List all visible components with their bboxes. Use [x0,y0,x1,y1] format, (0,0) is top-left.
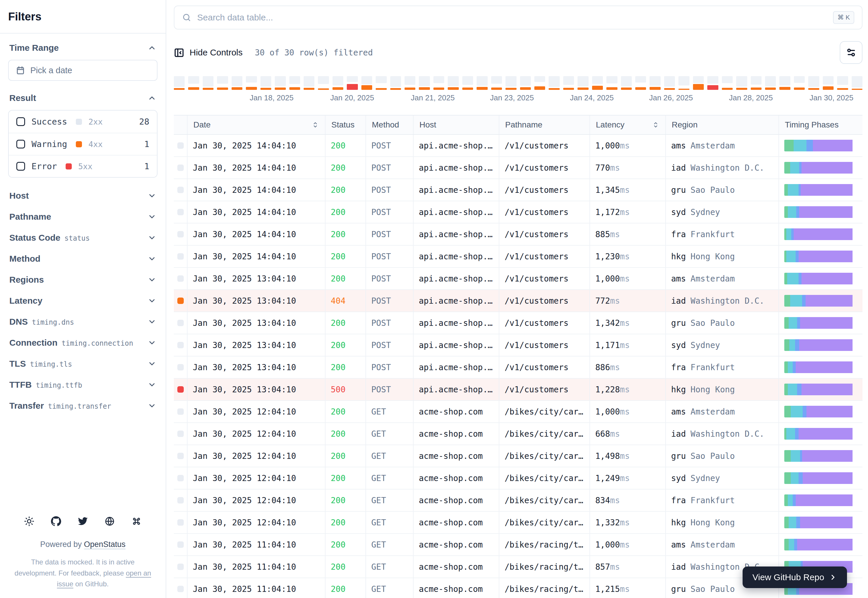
chart-bar-total [390,76,401,87]
chart-bar-total [174,76,185,87]
host-cell: acme-shop.com [413,556,499,578]
checkbox[interactable] [16,162,25,170]
filter-section-pathname[interactable]: Pathname [8,206,157,227]
view-options-button[interactable] [840,41,862,64]
chart-bar-error [174,88,185,90]
host-cell: api.acme-shop.… [413,379,499,400]
chart-bar [808,76,819,90]
host-cell: acme-shop.com [413,578,499,598]
filter-section-latency[interactable]: Latency [8,290,157,311]
theme-icon[interactable] [24,516,34,526]
row-status-indicator-cell [174,556,187,578]
region-city: Hong Kong [691,518,735,528]
date-cell: Jan 30, 2025 13:04:10 [187,290,325,311]
date-picker-button[interactable]: Pick a date [8,60,157,81]
table-row[interactable]: Jan 30, 2025 12:04:10200GETacme-shop.com… [174,445,862,467]
host-cell: acme-shop.com [413,489,499,511]
table-row[interactable]: Jan 30, 2025 12:04:10200GETacme-shop.com… [174,489,862,512]
table-row[interactable]: Jan 30, 2025 14:04:10200POSTapi.acme-sho… [174,179,862,201]
hide-controls-button[interactable]: Hide Controls [174,47,243,58]
dns-segment [784,362,788,373]
sort-icon[interactable] [312,121,319,129]
region-city: Hong Kong [691,385,735,395]
filter-label: Regions [9,275,44,285]
command-icon[interactable] [131,516,142,526]
status-code: 200 [331,429,346,439]
filter-section-dns[interactable]: DNStiming.dns [8,311,157,332]
table-row[interactable]: Jan 30, 2025 14:04:10200POSTapi.acme-sho… [174,246,862,268]
ttfb-segment [801,384,853,395]
twitter-icon[interactable] [78,516,88,526]
host-cell: api.acme-shop.… [413,356,499,378]
column-header-date[interactable]: Date [187,115,325,134]
chart-bar-error [491,88,502,90]
status-code: 200 [331,496,346,505]
chart-bar-error [722,88,733,90]
table-row[interactable]: Jan 30, 2025 12:04:10200GETacme-shop.com… [174,423,862,445]
github-icon[interactable] [51,516,61,526]
latency-unit: ms [620,274,630,284]
chart-bar-total [188,76,199,84]
table-row[interactable]: Jan 30, 2025 12:04:10200GETacme-shop.com… [174,512,862,534]
table-row[interactable]: Jan 30, 2025 13:04:10200POSTapi.acme-sho… [174,356,862,379]
host-cell: api.acme-shop.… [413,179,499,201]
table-row[interactable]: Jan 30, 2025 13:04:10200POSTapi.acme-sho… [174,334,862,356]
filter-label: Pathname [9,212,51,222]
filter-section-connection[interactable]: Connectiontiming.connection [8,332,157,353]
table-row[interactable]: Jan 30, 2025 14:04:10200POSTapi.acme-sho… [174,135,862,157]
filter-section-regions[interactable]: Regions [8,269,157,290]
filter-section-tls[interactable]: TLStiming.tls [8,353,157,374]
status-code-class: 2xx [88,117,103,126]
table-row[interactable]: Jan 30, 2025 13:04:10404POSTapi.acme-sho… [174,290,862,312]
timing-phases-bar [784,273,856,284]
filter-section-method[interactable]: Method [8,248,157,269]
chart-bar [217,76,228,90]
chart-bar-total [621,76,632,86]
x-axis-tick-label: Jan 26, 2025 [649,93,693,102]
table-row[interactable]: Jan 30, 2025 14:04:10200POSTapi.acme-sho… [174,201,862,223]
result-item-success[interactable]: Success2xx28 [9,111,157,133]
pathname-cell: /bikes/city/car… [499,489,589,511]
dns-segment [784,384,788,395]
dns-segment [784,428,786,440]
status-cell: 200 [325,312,366,334]
time-range-section-header[interactable]: Time Range [8,35,157,60]
filter-field: timing.dns [32,318,74,326]
result-section-header[interactable]: Result [8,81,157,110]
table-row[interactable]: Jan 30, 2025 11:04:10200GETacme-shop.com… [174,534,862,556]
table-row[interactable]: Jan 30, 2025 13:04:10200POSTapi.acme-sho… [174,312,862,334]
connection-segment [789,539,795,550]
openstatus-link[interactable]: OpenStatus [84,540,126,549]
table-row[interactable]: Jan 30, 2025 13:04:10200POSTapi.acme-sho… [174,268,862,290]
row-status-indicator-cell [174,268,187,289]
chart-bar-error [578,88,588,90]
chart-bar-total [275,76,285,86]
table-row[interactable]: Jan 30, 2025 14:04:10200POSTapi.acme-sho… [174,157,862,179]
sort-icon[interactable] [652,121,659,129]
globe-icon[interactable] [105,516,115,526]
result-count: 28 [139,117,149,127]
column-header-latency[interactable]: Latency [589,115,665,134]
search-input[interactable] [197,12,827,22]
row-status-indicator-cell [174,157,187,178]
result-item-error[interactable]: Error5xx1 [9,155,157,177]
filter-section-host[interactable]: Host [8,185,157,206]
filter-section-transfer[interactable]: Transfertiming.transfer [8,395,157,416]
filter-section-ttfb[interactable]: TTFBtiming.ttfb [8,374,157,395]
chart-bar [203,76,214,90]
filter-section-status-code[interactable]: Status Codestatus [8,227,157,248]
table-row[interactable]: Jan 30, 2025 13:04:10500POSTapi.acme-sho… [174,379,862,401]
connection-segment [791,472,799,484]
timeline-chart[interactable]: Jan 18, 2025Jan 20, 2025Jan 21, 2025Jan … [174,76,862,105]
checkbox[interactable] [16,140,25,148]
result-item-warning[interactable]: Warning4xx1 [9,133,157,155]
checkbox[interactable] [16,117,25,126]
view-github-repo-button[interactable]: View GitHub Repo [743,567,847,588]
filter-label: Connection [9,338,57,348]
table-row[interactable]: Jan 30, 2025 14:04:10200POSTapi.acme-sho… [174,223,862,246]
pathname-cell: /v1/customers [499,290,589,311]
chart-bar [390,76,401,90]
latency-cell: 1,000ms [589,401,665,422]
table-row[interactable]: Jan 30, 2025 12:04:10200GETacme-shop.com… [174,467,862,489]
table-row[interactable]: Jan 30, 2025 12:04:10200GETacme-shop.com… [174,401,862,423]
